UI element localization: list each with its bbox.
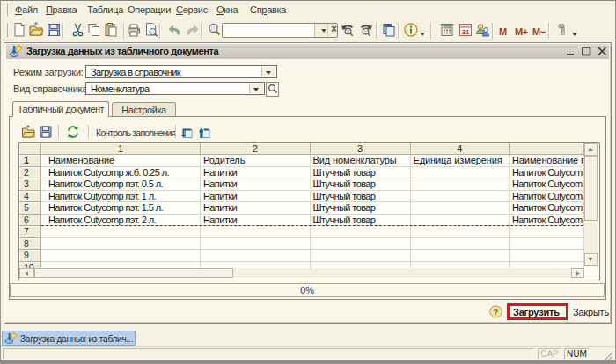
svg-text:31: 31 [462, 28, 469, 36]
svg-text:?: ? [494, 307, 499, 317]
